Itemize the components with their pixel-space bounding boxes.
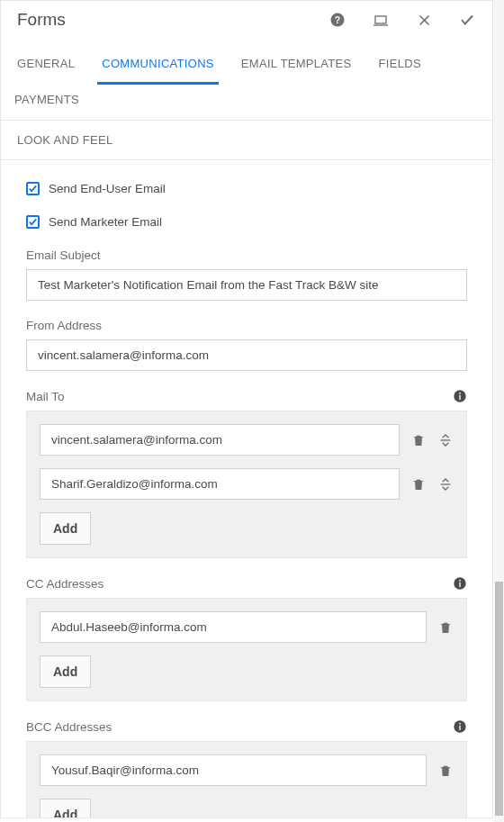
- bcc-section: Add: [26, 741, 467, 818]
- cc-row: [40, 611, 454, 643]
- trash-icon[interactable]: [410, 476, 427, 492]
- cc-add-button[interactable]: Add: [40, 655, 91, 688]
- scrollbar-track: [494, 0, 504, 822]
- fullscreen-icon[interactable]: [372, 11, 390, 29]
- mail-to-row: [40, 468, 454, 500]
- checkbox-marketer-row: Send Marketer Email: [26, 215, 467, 229]
- from-address-label: From Address: [26, 319, 467, 332]
- panel-title: Forms: [17, 10, 328, 30]
- bcc-add-button[interactable]: Add: [40, 799, 91, 818]
- bcc-label: BCC Addresses: [26, 720, 112, 734]
- tab-bar: GENERAL COMMUNICATIONS EMAIL TEMPLATES F…: [1, 33, 492, 121]
- checkbox-marketer[interactable]: [26, 215, 40, 229]
- bcc-label-row: BCC Addresses: [26, 719, 467, 734]
- tab-communications[interactable]: COMMUNICATIONS: [88, 48, 228, 84]
- tab-payments[interactable]: PAYMENTS: [1, 84, 93, 120]
- scrollbar-thumb[interactable]: [495, 582, 503, 816]
- checkbox-end-user[interactable]: [26, 182, 40, 195]
- mail-to-section: Add: [26, 411, 467, 558]
- info-icon[interactable]: [453, 389, 467, 403]
- svg-rect-12: [459, 583, 460, 587]
- trash-icon[interactable]: [437, 763, 454, 779]
- checkbox-end-user-label: Send End-User Email: [49, 182, 166, 195]
- reorder-icon[interactable]: [437, 476, 454, 492]
- svg-rect-2: [375, 16, 386, 23]
- cc-input[interactable]: [40, 611, 427, 643]
- cc-label-row: CC Addresses: [26, 576, 467, 591]
- svg-point-16: [459, 723, 461, 725]
- email-subject-label: Email Subject: [26, 248, 467, 262]
- info-icon[interactable]: [453, 576, 467, 591]
- svg-rect-15: [459, 726, 460, 730]
- tab-fields[interactable]: FIELDS: [365, 48, 435, 84]
- cc-section: Add: [26, 598, 467, 701]
- mail-to-label: Mail To: [26, 390, 65, 403]
- mail-to-input[interactable]: [40, 424, 400, 456]
- mail-to-label-row: Mail To: [26, 389, 467, 403]
- tab-look-and-feel[interactable]: LOOK AND FEEL: [1, 133, 492, 160]
- bcc-input[interactable]: [40, 754, 427, 786]
- close-icon[interactable]: [415, 11, 433, 29]
- svg-rect-7: [459, 395, 460, 400]
- svg-point-13: [459, 580, 461, 582]
- done-icon[interactable]: [458, 11, 476, 29]
- checkbox-end-user-row: Send End-User Email: [26, 182, 467, 195]
- email-subject-input[interactable]: [26, 269, 467, 301]
- form-body: Send End-User Email Send Marketer Email …: [1, 160, 492, 818]
- tab-general[interactable]: GENERAL: [1, 48, 88, 84]
- from-address-input[interactable]: [26, 339, 467, 371]
- tab-email-templates[interactable]: EMAIL TEMPLATES: [228, 48, 365, 84]
- info-icon[interactable]: [453, 719, 467, 734]
- trash-icon[interactable]: [410, 432, 427, 448]
- help-icon[interactable]: ?: [328, 11, 346, 29]
- forms-panel: Forms ? GENERAL COMMUNICATIONS EMAIL TEM…: [0, 0, 493, 818]
- svg-point-8: [459, 393, 461, 394]
- cc-label: CC Addresses: [26, 577, 104, 591]
- mail-to-row: [40, 424, 454, 456]
- panel-header: Forms ?: [1, 1, 492, 33]
- header-actions: ?: [328, 11, 476, 29]
- trash-icon[interactable]: [437, 619, 454, 636]
- checkbox-marketer-label: Send Marketer Email: [49, 215, 162, 229]
- bcc-row: [40, 754, 454, 786]
- svg-text:?: ?: [335, 14, 340, 25]
- mail-to-input[interactable]: [40, 468, 400, 500]
- mail-to-add-button[interactable]: Add: [40, 512, 91, 545]
- reorder-icon[interactable]: [437, 432, 454, 448]
